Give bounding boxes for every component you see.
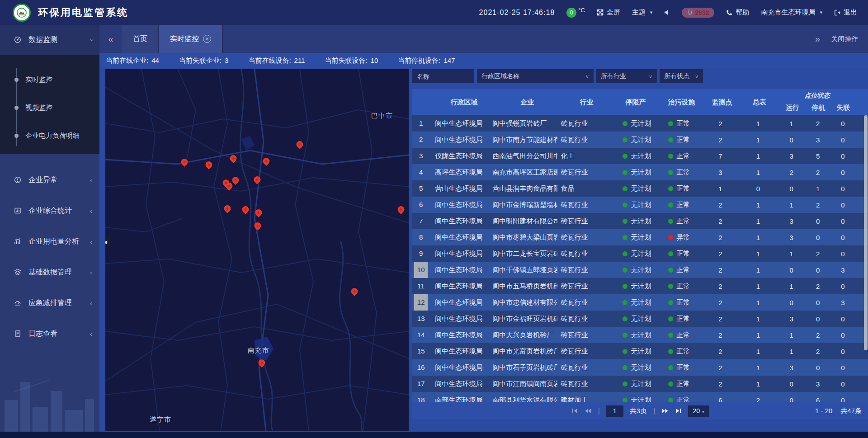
row-number: 9 bbox=[414, 245, 428, 262]
sidebar-item-enterprise-statistics[interactable]: 企业综合统计 bbox=[0, 195, 99, 226]
close-operations-button[interactable]: 关闭操作 bbox=[831, 35, 858, 43]
facility-status-dot bbox=[668, 251, 673, 256]
table-row[interactable]: 12 阆中生态环境局 阆中市忠信建材有限公 砖瓦行业 无计划 正常 2 1 0 … bbox=[412, 294, 868, 311]
cell-region: 高坪生态环境局 bbox=[429, 168, 489, 177]
table-row[interactable]: 7 阆中生态环境局 阆中明阳建材有限公司 砖瓦行业 无计划 正常 2 1 3 0… bbox=[412, 213, 868, 229]
map-pin[interactable] bbox=[229, 154, 238, 163]
cell-lost: 0 bbox=[830, 348, 855, 355]
sidebar-item-enterprise-abnormal[interactable]: 企业异常 bbox=[0, 165, 99, 195]
document-icon bbox=[14, 330, 21, 337]
map[interactable]: 巴中市南充市遂宁市 bbox=[105, 69, 409, 431]
table-row[interactable]: 8 阆中生态环境局 阆中市枣碧大梁山页岩 砖瓦行业 无计划 异常 2 1 3 0… bbox=[412, 229, 868, 245]
sidebar-nav: 数据监测 实时监控 视频监控 企业电力负荷明细 企业异常 企业综合统计 企业用电… bbox=[0, 25, 99, 432]
cell-lost: 0 bbox=[830, 315, 855, 323]
table-scrollbar-thumb[interactable] bbox=[864, 115, 868, 350]
sidebar-item-power-analysis[interactable]: 企业用电量分析 bbox=[0, 226, 99, 257]
map-pins: 巴中市南充市遂宁市 bbox=[105, 69, 409, 431]
page-number-input[interactable]: 1 bbox=[606, 405, 623, 417]
chevron-down-icon bbox=[585, 73, 589, 80]
table-row[interactable]: 16 阆中生态环境局 阆中市石子页岩机砖厂 砖瓦行业 无计划 正常 2 1 3 … bbox=[412, 359, 868, 376]
first-page-button[interactable] bbox=[571, 408, 578, 414]
cell-region: 阆中生态环境局 bbox=[429, 266, 489, 274]
sidebar-item-label: 应急减排管理 bbox=[28, 298, 72, 308]
cell-region: 阆中生态环境局 bbox=[429, 298, 489, 307]
logout-button[interactable]: 退出 bbox=[834, 8, 857, 17]
sidebar-item-base-data[interactable]: 基础数据管理 bbox=[0, 257, 99, 287]
map-pin[interactable] bbox=[253, 221, 262, 231]
prev-page-button[interactable] bbox=[585, 408, 592, 414]
speedometer-icon bbox=[14, 299, 21, 306]
map-pin[interactable] bbox=[295, 140, 305, 149]
collapse-map-handle[interactable] bbox=[105, 236, 111, 248]
cell-meters: 1 bbox=[739, 234, 778, 241]
cell-meters: 1 bbox=[739, 169, 778, 176]
sidebar-item-power-load-detail[interactable]: 企业电力负荷明细 bbox=[0, 122, 99, 150]
table-row[interactable]: 5 营山生态环境局 营山县润丰肉食品有限 食品 无计划 正常 1 0 0 1 0 bbox=[412, 180, 868, 197]
tabs-scroll-right-icon[interactable] bbox=[815, 34, 820, 44]
table-row[interactable]: 3 仪陇生态环境局 西南油气田分公司川中 化工 无计划 正常 7 1 3 5 0 bbox=[412, 148, 868, 164]
map-pin[interactable] bbox=[252, 174, 262, 184]
sidebar-item-realtime-monitor[interactable]: 实时监控 bbox=[0, 66, 99, 94]
map-pin[interactable] bbox=[231, 175, 240, 185]
map-pin[interactable] bbox=[257, 358, 266, 367]
sidebar-item-label: 数据监测 bbox=[28, 35, 57, 45]
tab-home[interactable]: 首页 bbox=[122, 25, 159, 53]
map-pin[interactable] bbox=[254, 208, 263, 217]
help-button[interactable]: 帮助 bbox=[726, 8, 749, 17]
region-select[interactable]: 行政区域名称 bbox=[477, 69, 594, 83]
name-search-input[interactable] bbox=[412, 69, 474, 83]
map-pin[interactable] bbox=[223, 203, 232, 213]
sidebar-item-label: 企业异常 bbox=[28, 175, 57, 185]
sidebar-item-log-view[interactable]: 日志查看 bbox=[0, 318, 99, 349]
limit-status-dot bbox=[623, 349, 627, 354]
last-page-button[interactable] bbox=[675, 408, 682, 414]
map-pin[interactable] bbox=[349, 287, 359, 296]
table-row[interactable]: 17 阆中生态环境局 阆中市江南镇阆南页岩 砖瓦行业 无计划 正常 2 1 0 … bbox=[412, 376, 868, 392]
map-pin[interactable] bbox=[180, 157, 189, 167]
tabs-scroll-left-icon[interactable] bbox=[99, 25, 122, 53]
sound-toggle[interactable] bbox=[664, 9, 670, 15]
industry-select[interactable]: 所有行业 bbox=[596, 69, 657, 83]
map-pin[interactable] bbox=[262, 156, 271, 166]
sidebar-item-emergency-reduction[interactable]: 应急减排管理 bbox=[0, 287, 99, 318]
table-row[interactable]: 2 阆中生态环境局 阆中市南方节能建材有 砖瓦行业 无计划 正常 2 1 0 3… bbox=[412, 132, 868, 148]
table-row[interactable]: 15 阆中生态环境局 阆中市光富页岩机砖厂 砖瓦行业 无计划 正常 2 1 1 … bbox=[412, 343, 868, 359]
cell-company: 阆中市光富页岩机砖厂 bbox=[489, 347, 557, 356]
cell-points: 2 bbox=[702, 315, 739, 323]
cell-region: 南部生态环境局 bbox=[429, 396, 489, 402]
sidebar-item-data-monitor[interactable]: 数据监测 bbox=[0, 25, 99, 55]
table-row[interactable]: 9 阆中生态环境局 阆中市二龙长宝页岩砖 砖瓦行业 无计划 正常 2 1 1 2… bbox=[412, 245, 868, 262]
map-pin[interactable] bbox=[241, 205, 250, 214]
sidebar-item-video-monitor[interactable]: 视频监控 bbox=[0, 94, 99, 122]
cell-region: 阆中生态环境局 bbox=[429, 250, 489, 258]
cell-industry: 砖瓦行业 bbox=[557, 168, 609, 177]
map-pin[interactable] bbox=[204, 160, 213, 170]
table-row[interactable]: 18 南部生态环境局 南部县利华水泥有限公 建材加工 无计划 正常 6 2 0 … bbox=[412, 392, 868, 402]
table-row[interactable]: 11 阆中生态环境局 阆中市五马桥页岩机砖 砖瓦行业 无计划 正常 2 1 1 … bbox=[412, 278, 868, 294]
tab-bar: 首页 实时监控 关闭操作 bbox=[99, 25, 868, 53]
org-dropdown[interactable]: 南充市生态环境局 bbox=[761, 8, 822, 17]
table-row[interactable]: 13 阆中生态环境局 阆中市金福旺页岩机砖 砖瓦行业 无计划 正常 2 1 3 … bbox=[412, 311, 868, 327]
table-row[interactable]: 10 阆中生态环境局 阆中千佛镇五郎垭页岩 砖瓦行业 无计划 正常 2 1 0 … bbox=[412, 262, 868, 278]
cell-industry: 砖瓦行业 bbox=[557, 380, 609, 388]
fullscreen-button[interactable]: 全屏 bbox=[597, 8, 620, 17]
notifications-badge[interactable]: 2632 bbox=[682, 8, 714, 18]
close-icon[interactable] bbox=[203, 35, 211, 43]
status-select[interactable]: 所有状态 bbox=[660, 69, 703, 83]
row-number: 1 bbox=[414, 115, 428, 132]
table-row[interactable]: 6 阆中生态环境局 阆中市金博瑞新型墙材 砖瓦行业 无计划 正常 2 1 1 2… bbox=[412, 197, 868, 213]
limit-status-dot bbox=[623, 203, 627, 207]
cell-region: 阆中生态环境局 bbox=[429, 119, 489, 128]
theme-dropdown[interactable]: 主题 bbox=[632, 8, 653, 17]
chevron-left-icon bbox=[90, 268, 92, 276]
page-size-select[interactable]: 20 bbox=[688, 405, 709, 417]
next-page-button[interactable] bbox=[661, 408, 669, 414]
table-row[interactable]: 4 高坪生态环境局 南充市高坪区王家店建 砖瓦行业 无计划 正常 3 1 2 2… bbox=[412, 164, 868, 180]
sidebar-item-label: 企业用电量分析 bbox=[28, 237, 79, 246]
phone-icon bbox=[726, 9, 732, 16]
tab-realtime-monitor[interactable]: 实时监控 bbox=[159, 25, 223, 53]
table-row[interactable]: 14 阆中生态环境局 阆中大兴页岩机砖厂 砖瓦行业 无计划 正常 2 1 1 2… bbox=[412, 327, 868, 343]
map-pin[interactable] bbox=[396, 205, 406, 214]
table-row[interactable]: 1 阆中生态环境局 阆中强锐页岩砖厂 砖瓦行业 无计划 正常 2 1 1 2 0 bbox=[412, 115, 868, 132]
cell-lost: 0 bbox=[830, 234, 855, 241]
